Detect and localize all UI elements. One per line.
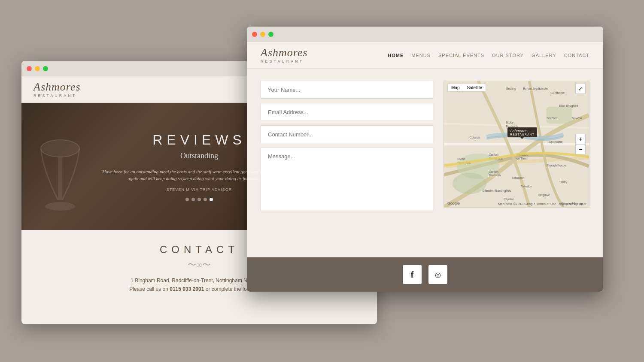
minimize-button[interactable] bbox=[35, 66, 40, 71]
front-close-button[interactable] bbox=[252, 32, 257, 37]
front-title-bar bbox=[247, 27, 603, 42]
svg-text:Edwalton: Edwalton bbox=[512, 176, 525, 179]
front-site-header: Ashmores RESTAURANT HOME MENUS SPECIAL E… bbox=[247, 42, 603, 69]
svg-text:Saxondale: Saxondale bbox=[548, 140, 562, 143]
nav-menus[interactable]: MENUS bbox=[411, 53, 431, 58]
map-image: Holme Pierrepont Colwick Gamston Bassing… bbox=[444, 81, 589, 207]
phone-prefix: Please call us on bbox=[129, 286, 170, 292]
svg-text:Gunthorpe: Gunthorpe bbox=[550, 91, 565, 95]
hero-content: REVIEWS Outstanding "Have been for an ou… bbox=[96, 132, 302, 201]
front-minimize-button[interactable] bbox=[260, 32, 265, 37]
svg-text:Newton: Newton bbox=[572, 117, 582, 120]
hero-quote-text: "Have been for an outstanding meal,the h… bbox=[96, 168, 302, 182]
hero-carousel-dots bbox=[96, 198, 302, 201]
map-google-logo: Google bbox=[447, 201, 460, 205]
carousel-dot-3[interactable] bbox=[197, 198, 201, 201]
back-logo: Ashmores RESTAURANT bbox=[33, 81, 81, 98]
back-logo-sub: RESTAURANT bbox=[33, 94, 81, 98]
zoom-out-button[interactable]: − bbox=[575, 144, 586, 154]
carousel-dot-4[interactable] bbox=[204, 198, 207, 201]
svg-text:Shelford: Shelford bbox=[547, 117, 558, 120]
front-logo-sub: RESTAURANT bbox=[261, 59, 308, 63]
phone-number: 0115 933 2001 bbox=[170, 286, 204, 292]
svg-text:on Trent: on Trent bbox=[516, 157, 528, 160]
hero-reviews-label: REVIEWS bbox=[96, 132, 302, 148]
map-expand-button[interactable]: ⤢ bbox=[575, 84, 586, 94]
nav-our-story[interactable]: OUR STORY bbox=[492, 53, 524, 58]
map-tab-satellite[interactable]: Satellite bbox=[463, 84, 486, 92]
svg-text:Stragglethorpe: Stragglethorpe bbox=[547, 164, 566, 167]
svg-text:Holme: Holme bbox=[457, 157, 465, 160]
carousel-dot-2[interactable] bbox=[191, 198, 195, 201]
svg-point-2 bbox=[45, 202, 75, 211]
front-logo-name: Ashmores bbox=[261, 47, 308, 58]
facebook-button[interactable]: f bbox=[403, 265, 422, 284]
carousel-dot-1[interactable] bbox=[185, 198, 189, 201]
carousel-dot-5[interactable] bbox=[210, 198, 213, 201]
front-footer: f ◎ bbox=[247, 257, 603, 292]
nav-gallery[interactable]: GALLERY bbox=[532, 53, 556, 58]
svg-text:Colwick: Colwick bbox=[470, 136, 480, 139]
map-attribution: Map data ©2018 Google Terms of Use Repor… bbox=[498, 202, 586, 206]
hero-outstanding-label: Outstanding bbox=[96, 151, 302, 160]
svg-text:East Bridgford: East Bridgford bbox=[559, 104, 578, 108]
map-area: Map Satellite ⤢ bbox=[444, 81, 589, 257]
tripadvisor-icon: ◎ bbox=[435, 271, 441, 279]
svg-rect-12 bbox=[547, 107, 572, 124]
svg-point-0 bbox=[41, 140, 79, 157]
front-nav: HOME MENUS SPECIAL EVENTS OUR STORY GALL… bbox=[388, 53, 589, 58]
tripadvisor-button[interactable]: ◎ bbox=[428, 265, 447, 284]
nav-contact[interactable]: CONTACT bbox=[564, 53, 589, 58]
front-logo: Ashmores RESTAURANT bbox=[261, 47, 308, 63]
facebook-icon: f bbox=[411, 270, 414, 280]
svg-text:Tithby: Tithby bbox=[559, 181, 567, 184]
nav-special-events[interactable]: SPECIAL EVENTS bbox=[438, 53, 484, 58]
maximize-button[interactable] bbox=[43, 66, 48, 71]
svg-text:Stoke: Stoke bbox=[506, 121, 513, 124]
svg-text:Burton Joyce: Burton Joyce bbox=[523, 87, 541, 90]
hero-glass-left-icon bbox=[34, 136, 86, 230]
svg-text:Tollerton: Tollerton bbox=[521, 185, 532, 188]
svg-text:Gamston Bassingfield: Gamston Bassingfield bbox=[483, 189, 512, 193]
map-container: Map Satellite ⤢ bbox=[444, 81, 589, 208]
email-input[interactable] bbox=[261, 103, 433, 121]
zoom-in-button[interactable]: + bbox=[575, 134, 586, 144]
nav-home[interactable]: HOME bbox=[388, 53, 404, 58]
name-input[interactable] bbox=[261, 81, 433, 99]
svg-text:Clipston: Clipston bbox=[504, 198, 514, 201]
front-maximize-button[interactable] bbox=[268, 32, 273, 37]
svg-text:Carlton: Carlton bbox=[489, 170, 498, 173]
map-pin-label: Ashmores RESTAURANT bbox=[507, 127, 537, 137]
close-button[interactable] bbox=[27, 66, 32, 71]
svg-rect-1 bbox=[58, 157, 62, 200]
svg-text:Gedling: Gedling bbox=[506, 87, 516, 90]
hero-attribution-text: Steven M Via Trip Advisor bbox=[96, 187, 302, 192]
svg-point-11 bbox=[453, 173, 486, 194]
map-toolbar: Map Satellite bbox=[447, 84, 486, 92]
svg-text:Carlton: Carlton bbox=[489, 153, 498, 156]
map-zoom-controls: + − bbox=[575, 134, 586, 154]
map-tab-map[interactable]: Map bbox=[447, 84, 463, 92]
back-logo-name: Ashmores bbox=[33, 81, 81, 93]
svg-text:Bardolph: Bardolph bbox=[489, 174, 501, 177]
svg-text:Cotgrave: Cotgrave bbox=[538, 193, 550, 197]
